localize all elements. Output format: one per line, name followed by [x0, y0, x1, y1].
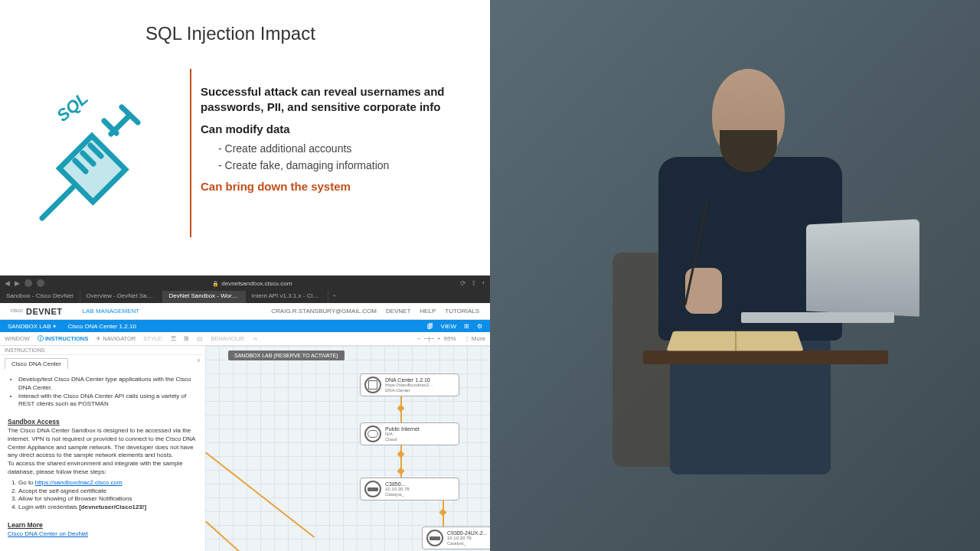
close-panel-icon[interactable]: × — [197, 357, 201, 364]
zoom-in-button[interactable]: + — [437, 335, 441, 342]
slide-divider — [190, 69, 191, 237]
learn-more-heading: Learn More — [8, 521, 43, 530]
learn-more-link[interactable]: Cisco DNA Center on DevNet — [8, 530, 88, 537]
sidebar-toggle-icon[interactable] — [24, 279, 32, 287]
sandbox-access-heading: Sandbox Access — [8, 418, 60, 426]
svg-line-0 — [42, 187, 73, 218]
browser-tab[interactable]: Sandbox - Cisco DevNet — [0, 291, 80, 303]
step-item: Go to https://sandboxdnac2.cisco.com — [18, 479, 198, 487]
presenter-video — [490, 0, 980, 551]
connector-line — [205, 452, 315, 537]
instr-li: Develop/test Cisco DNA Center type appli… — [18, 376, 198, 393]
switch-icon — [426, 530, 443, 546]
save-icon[interactable]: 🗐 — [427, 323, 433, 330]
node-c3850[interactable]: C3850...10.10.20.78Catalyst_ — [360, 478, 459, 500]
devnet-logo[interactable]: DEVNET — [26, 307, 63, 316]
instructions-toggle[interactable]: ⓘ INSTRUCTIONS — [38, 335, 88, 343]
browser-tab[interactable]: Overview - DevNet Sandbox - Document - C… — [80, 291, 163, 303]
canvas-toolbar: WINDOW ⓘ INSTRUCTIONS ✈ NAVIGATOR STYLE:… — [0, 332, 490, 346]
lock-icon: 🔒 — [212, 281, 219, 286]
cloud-icon — [364, 425, 381, 442]
node-public-internet[interactable]: Public InternetN/ACloud — [360, 422, 459, 445]
nav-help[interactable]: HELP — [420, 308, 436, 315]
nav-tutorials[interactable]: TUTORIALS — [445, 308, 479, 315]
lab-bluebar: SANDBOX LAB ▸ Cisco DNA Center 1.2.10 🗐 … — [0, 320, 490, 332]
instructions-panel: INSTRUCTIONS × Cisco DNA Center Develop/… — [0, 346, 205, 551]
table-shape — [643, 350, 888, 364]
browser-tab[interactable]: Intent API v1.3.1.x - Cisco DNA Center R… — [246, 291, 328, 303]
address-bar[interactable]: 🔒devnetsandbox.cisco.com — [49, 280, 456, 287]
behaviour-label: BEHAVIOUR: — [211, 335, 246, 342]
slide-point-2: Can modify data — [201, 122, 290, 135]
slide-bullets: - Create additional accounts - Create fa… — [218, 140, 389, 174]
nav-fwd-icon[interactable]: ▶ — [15, 279, 20, 287]
slide-point-1: Successful attack can reveal usernames a… — [201, 84, 490, 116]
devnet-header: cisco DEVNET LAB MANAGEMENT CRAIG.R.STAN… — [0, 303, 490, 320]
sandbox-url-link[interactable]: https://sandboxdnac2.cisco.com — [35, 479, 122, 486]
reload-icon[interactable]: ⟳ — [460, 279, 466, 287]
settings-icon[interactable]: ⚙ — [477, 323, 482, 330]
share-icon[interactable]: ⇪ — [471, 279, 477, 287]
user-email[interactable]: CRAIG.R.STANSBURY@GMAIL.COM — [271, 308, 377, 315]
magnet-icon[interactable]: ∩ — [253, 335, 257, 342]
slide-point-red: Can bring down the system — [201, 180, 351, 193]
sandbox-lab-label: SANDBOX LAB — [8, 323, 51, 330]
instr-p: To access the shared environment and int… — [8, 460, 183, 475]
browser-tabs: Sandbox - Cisco DevNet Overview - DevNet… — [0, 291, 490, 303]
browser-tab-active[interactable]: DevNet Sandbox - Workspace - Lab Catalog… — [163, 291, 246, 303]
connector-line — [205, 521, 320, 551]
step-item: Accept the self-signed certificate — [18, 487, 198, 496]
connector-diamond-icon — [397, 405, 405, 412]
notebook-shape — [666, 331, 803, 351]
chevron-right-icon[interactable]: ▸ — [54, 323, 57, 329]
lab-management-link[interactable]: LAB MANAGEMENT — [83, 308, 140, 315]
slide-title: SQL Injection Impact — [145, 23, 315, 44]
connector-diamond-icon — [439, 509, 447, 517]
nav-devnet[interactable]: DEVNET — [386, 308, 410, 315]
new-tab-icon[interactable]: + — [482, 279, 485, 287]
cisco-logo: cisco — [11, 309, 23, 313]
syringe-sql-icon: SQL — [31, 92, 168, 230]
zoom-slider[interactable]: ·····|····· — [424, 335, 434, 342]
slide-sql-injection: SQL Injection Impact SQL Successful atta… — [0, 0, 490, 276]
step-item: Allow for showing of Browser Notificatio… — [18, 495, 198, 504]
navigator-toggle[interactable]: ✈ NAVIGATOR — [96, 335, 136, 342]
connector-diamond-icon — [397, 468, 405, 475]
device-icon — [364, 377, 381, 393]
connector-diamond-icon — [397, 451, 405, 458]
sandbox-window: ◀ ▶ 🔒devnetsandbox.cisco.com ⟳ ⇪ + Sandb… — [0, 276, 490, 551]
nav-back-icon[interactable]: ◀ — [5, 279, 10, 287]
zoom-out-button[interactable]: − — [417, 335, 421, 342]
style-compact-icon[interactable]: ▭ — [197, 335, 203, 342]
browser-toolbar: ◀ ▶ 🔒devnetsandbox.cisco.com ⟳ ⇪ + — [0, 276, 490, 291]
step-item: Login with credentials [devnetuser/Cisco… — [18, 504, 198, 512]
reserve-label[interactable]: SANDBOX LAB (RESERVE TO ACTIVATE) — [228, 350, 345, 360]
more-menu[interactable]: ⋮ More — [464, 335, 485, 342]
style-grid-icon[interactable]: ⊞ — [184, 335, 189, 342]
laptop-base-shape — [741, 312, 894, 323]
lab-name[interactable]: Cisco DNA Center 1.2.10 — [67, 323, 136, 330]
style-list-icon[interactable]: ☰ — [171, 335, 176, 342]
instr-p: The Cisco DNA Center Sandbox is designed… — [8, 427, 195, 458]
switch-icon — [364, 481, 381, 497]
topology-canvas[interactable]: SANDBOX LAB (RESERVE TO ACTIVATE) DNA Ce… — [205, 346, 490, 551]
instr-li: Interact with the Cisco DNA Center API c… — [18, 393, 198, 409]
node-dna-center[interactable]: DNA Center 1.2.10https://sandboxdnac2...… — [360, 373, 459, 396]
grid-icon[interactable]: ⊞ — [464, 323, 469, 330]
window-label: WINDOW — [5, 335, 30, 342]
instructions-label: INSTRUCTIONS — [0, 346, 205, 355]
laptop-screen-shape — [806, 219, 920, 317]
zoom-value: 95% — [444, 335, 456, 342]
dna-center-tab[interactable]: Cisco DNA Center — [5, 358, 68, 369]
style-label: STYLE: — [143, 335, 163, 342]
browser-dot[interactable] — [37, 279, 44, 287]
view-label[interactable]: VIEW — [441, 323, 456, 330]
new-tab-plus[interactable]: + — [328, 291, 341, 303]
svg-text:SQL: SQL — [53, 92, 92, 126]
